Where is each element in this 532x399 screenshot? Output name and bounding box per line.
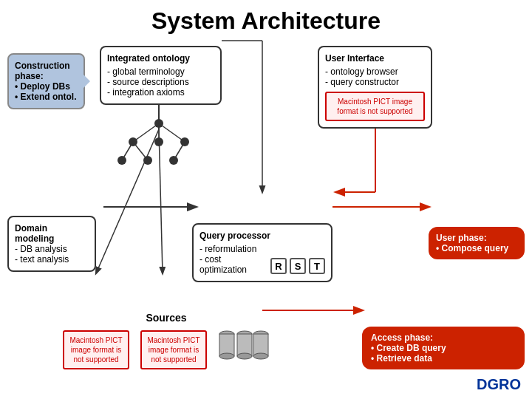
user-interface-title: User Interface <box>325 53 425 64</box>
integrated-ontology-box: Integrated ontology - global terminology… <box>100 46 222 105</box>
access-phase-box: Access phase: • Create DB query • Retrie… <box>362 327 525 369</box>
svg-point-29 <box>237 353 252 359</box>
user-phase-bullet-1: • Compose query <box>436 243 517 253</box>
construction-bullet-2: • Extend ontol. <box>15 92 77 102</box>
badge-t: T <box>309 258 325 274</box>
source-item-2: Macintosh PICT image format is not suppo… <box>140 330 207 369</box>
integrated-ontology-line3: - integration axioms <box>107 87 214 98</box>
badge-s: S <box>290 258 306 274</box>
user-phase-box: User phase: • Compose query <box>429 227 525 259</box>
integrated-ontology-line1: - global terminology <box>107 66 214 77</box>
query-processor-line1: - reformulation <box>200 244 325 254</box>
sources-label: Sources <box>52 312 281 324</box>
user-interface-line2: - query constructor <box>325 77 425 87</box>
user-phase-title: User phase: <box>436 233 517 243</box>
ontology-graphic <box>111 116 207 168</box>
db-cylinders <box>218 328 270 371</box>
svg-line-18 <box>133 123 159 142</box>
domain-modeling-line2: - text analysis <box>15 254 89 265</box>
user-interface-pict: Macintosh PICT image format is not suppo… <box>325 92 425 121</box>
integrated-ontology-title: Integrated ontology <box>107 53 214 64</box>
query-processor-title: Query processor <box>200 231 325 241</box>
sources-items: Macintosh PICT image format is not suppo… <box>52 328 281 371</box>
domain-modeling-title: Domain modeling <box>15 223 89 244</box>
page-title: System Architecture <box>0 0 532 38</box>
domain-modeling-line1: - DB analysis <box>15 244 89 254</box>
source-item-1: Macintosh PICT image format is not suppo… <box>63 330 129 369</box>
svg-point-26 <box>219 353 234 359</box>
access-phase-title: Access phase: <box>371 332 516 343</box>
svg-line-23 <box>174 142 185 160</box>
svg-line-22 <box>133 142 148 160</box>
rst-badges: R S T <box>270 258 325 274</box>
svg-point-32 <box>253 353 268 359</box>
user-interface-box: User Interface - ontology browser - quer… <box>318 46 432 129</box>
badge-r: R <box>270 258 287 274</box>
access-phase-bullet-2: • Retrieve data <box>371 353 516 364</box>
construction-phase-box: Construction phase: • Deploy DBs • Exten… <box>7 53 85 109</box>
query-processor-box: Query processor - reformulation - cost o… <box>192 223 332 282</box>
dgro-logo: DGRO <box>477 376 521 393</box>
query-processor-line2: - cost optimization <box>200 254 266 275</box>
main-area: Construction phase: • Deploy DBs • Exten… <box>0 38 532 399</box>
svg-line-21 <box>122 142 133 160</box>
access-phase-bullet-1: • Create DB query <box>371 343 516 353</box>
domain-modeling-box: Domain modeling - DB analysis - text ana… <box>7 216 96 272</box>
integrated-ontology-line2: - source descriptions <box>107 77 214 87</box>
construction-bullet-1: • Deploy DBs <box>15 81 70 92</box>
construction-phase-title: Construction phase: <box>15 61 70 81</box>
user-interface-line1: - ontology browser <box>325 66 425 77</box>
svg-line-20 <box>159 123 185 142</box>
sources-section: Sources Macintosh PICT image format is n… <box>52 312 281 371</box>
db-cylinder-svg <box>218 328 270 369</box>
